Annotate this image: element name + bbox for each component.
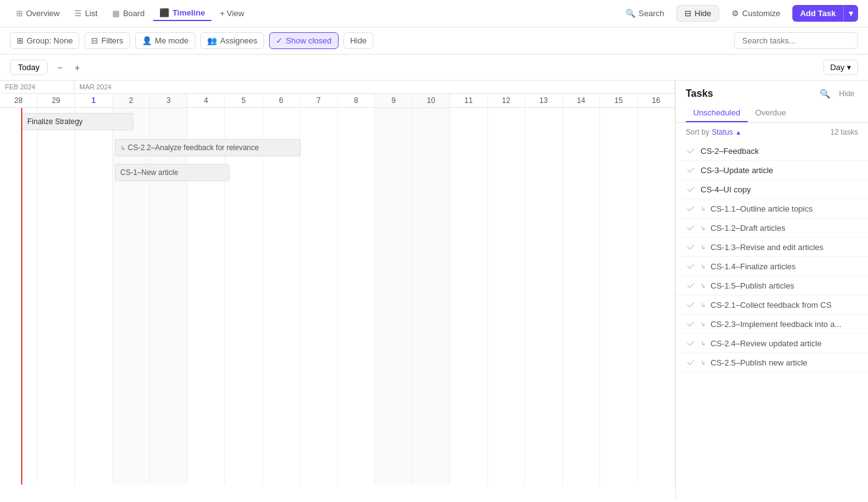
tab-overdue[interactable]: Overdue xyxy=(748,104,794,122)
subtask-icon-cs11: ↳ xyxy=(701,205,706,212)
subtask-icon-cs21: ↳ xyxy=(701,302,706,308)
task-count-label: 12 tasks xyxy=(830,128,858,137)
date-cell-mar-2: 2 xyxy=(113,94,151,107)
timeline-icon: ⬛ xyxy=(159,8,169,17)
me-mode-icon: 👤 xyxy=(142,36,152,45)
task-item-cs21[interactable]: ↳CS-2.1–Collect feedback from CS xyxy=(676,295,868,315)
tasks-search-icon[interactable]: 🔍 xyxy=(820,89,830,99)
day-view-button[interactable]: Day ▾ xyxy=(823,60,858,75)
date-cell-mar-13: 13 xyxy=(525,94,563,107)
task-item-cs4[interactable]: CS-4–UI copy xyxy=(676,180,868,199)
nav-overview[interactable]: ⊞ Overview xyxy=(10,6,66,20)
task-name-cs4: CS-4–UI copy xyxy=(701,185,751,194)
timeline-body: Finalize Strategy ↳ CS-2.2–Analyze feedb… xyxy=(0,108,675,485)
grid-col-2 xyxy=(75,108,113,485)
cs22-label: CS-2.2–Analyze feedback for relevance xyxy=(128,143,259,152)
grid-col-16 xyxy=(600,108,638,485)
date-cell-mar-15: 15 xyxy=(600,94,638,107)
subtask-icon-cs15: ↳ xyxy=(701,282,706,289)
task-item-cs2[interactable]: CS-2–Feedback xyxy=(676,141,868,161)
sort-arrow-icon: ▲ xyxy=(735,129,742,136)
search-button[interactable]: 🔍 Search xyxy=(618,6,671,21)
task-name-cs15: CS-1.5–Publish articles xyxy=(711,281,794,290)
grid-col-10 xyxy=(375,108,413,485)
nav-board[interactable]: ▦ Board xyxy=(106,6,151,20)
task-name-cs14: CS-1.4–Finalize articles xyxy=(711,262,795,271)
task-item-cs11[interactable]: ↳CS-1.1–Outline article topics xyxy=(676,199,868,218)
show-closed-button[interactable]: ✓ Show closed xyxy=(269,32,339,49)
search-icon: 🔍 xyxy=(626,9,636,18)
task-search-input[interactable] xyxy=(734,32,858,49)
add-task-button[interactable]: Add Task ▾ xyxy=(792,5,858,22)
nav-right: 🔍 Search ⊟ Hide ⚙ Customize Add Task ▾ xyxy=(618,5,858,22)
group-icon: ⊞ xyxy=(17,36,24,45)
top-nav: ⊞ Overview ☰ List ▦ Board ⬛ Timeline + V… xyxy=(0,0,868,27)
timeline-area: FEB 2024 MAR 2024 2829123456789101112131… xyxy=(0,81,676,501)
tasks-panel: Tasks 🔍 Hide Unscheduled Overdue Sort by… xyxy=(676,81,868,501)
group-button[interactable]: ⊞ Group: None xyxy=(10,32,79,49)
task-bar-cs22[interactable]: ↳ CS-2.2–Analyze feedback for relevance xyxy=(115,139,301,156)
show-closed-label: Show closed xyxy=(286,36,332,45)
check-icon-cs11 xyxy=(686,204,696,213)
filters-button[interactable]: ⊟ Filters xyxy=(84,32,130,49)
check-icon-cs13 xyxy=(686,242,696,252)
hide-button[interactable]: ⊟ Hide xyxy=(676,5,719,22)
overview-icon: ⊞ xyxy=(16,9,23,18)
nav-timeline[interactable]: ⬛ Timeline xyxy=(153,6,211,21)
add-task-dropdown-icon[interactable]: ▾ xyxy=(843,5,858,22)
calendar-controls: Today − + Day ▾ xyxy=(0,55,868,81)
hide-toolbar-button[interactable]: Hide xyxy=(343,32,374,49)
add-task-label[interactable]: Add Task xyxy=(792,5,843,22)
grid-col-6 xyxy=(225,108,263,485)
task-name-cs13: CS-1.3–Revise and edit articles xyxy=(711,243,823,252)
task-item-cs23[interactable]: ↳CS-2.3–Implement feedback into a... xyxy=(676,315,868,334)
task-item-cs13[interactable]: ↳CS-1.3–Revise and edit articles xyxy=(676,238,868,257)
date-cell-mar-5: 5 xyxy=(225,94,263,107)
task-item-cs14[interactable]: ↳CS-1.4–Finalize articles xyxy=(676,257,868,276)
grid-col-0 xyxy=(0,108,38,485)
mar-month-label: MAR 2024 xyxy=(74,81,675,93)
today-button[interactable]: Today xyxy=(10,60,48,75)
task-name-cs3: CS-3–Update article xyxy=(701,166,773,175)
sort-status-button[interactable]: Status xyxy=(712,128,733,137)
date-header-row: 282912345678910111213141516 xyxy=(0,94,675,108)
task-item-cs12[interactable]: ↳CS-1.2–Draft articles xyxy=(676,218,868,238)
nav-list[interactable]: ☰ List xyxy=(68,6,104,20)
assignees-button[interactable]: 👥 Assignees xyxy=(200,32,264,49)
task-search-container xyxy=(734,32,858,49)
subtask-icon-cs13: ↳ xyxy=(701,244,706,251)
task-bar-cs1[interactable]: CS-1–New article xyxy=(115,164,229,181)
date-cell-mar-6: 6 xyxy=(263,94,301,107)
check-icon-cs12 xyxy=(686,223,696,233)
tasks-hide-button[interactable]: Hide xyxy=(835,88,858,99)
task-item-cs15[interactable]: ↳CS-1.5–Publish articles xyxy=(676,276,868,295)
task-item-cs24[interactable]: ↳CS-2.4–Review updated article xyxy=(676,334,868,353)
me-mode-button[interactable]: 👤 Me mode xyxy=(135,32,195,49)
nav-add-view[interactable]: + View xyxy=(214,6,250,20)
check-icon-cs23 xyxy=(686,319,696,329)
board-icon: ▦ xyxy=(112,9,120,18)
customize-button[interactable]: ⚙ Customize xyxy=(724,6,787,21)
tasks-panel-title: Tasks xyxy=(686,88,815,99)
date-cell-mar-8: 8 xyxy=(338,94,376,107)
today-line xyxy=(21,108,22,485)
check-icon-cs15 xyxy=(686,280,696,290)
task-item-cs25[interactable]: ↳CS-2.5–Publish new article xyxy=(676,353,868,372)
customize-label: Customize xyxy=(742,9,780,18)
hide-label: Hide xyxy=(694,9,711,18)
prev-arrow[interactable]: − xyxy=(53,60,68,75)
grid-col-1 xyxy=(38,108,76,485)
hide-toolbar-label: Hide xyxy=(350,36,367,45)
next-arrow[interactable]: + xyxy=(70,60,85,75)
date-cell-mar-7: 7 xyxy=(300,94,338,107)
subtask-icon-cs24: ↳ xyxy=(701,340,706,347)
tasks-panel-header: Tasks 🔍 Hide xyxy=(676,81,868,99)
show-closed-icon: ✓ xyxy=(276,36,283,45)
grid-col-12 xyxy=(450,108,488,485)
grid-col-15 xyxy=(563,108,601,485)
main-layout: FEB 2024 MAR 2024 2829123456789101112131… xyxy=(0,81,868,501)
tasks-sort-bar: Sort by Status ▲ 12 tasks xyxy=(676,123,868,141)
tab-unscheduled[interactable]: Unscheduled xyxy=(686,104,748,122)
grid-col-11 xyxy=(413,108,451,485)
task-item-cs3[interactable]: CS-3–Update article xyxy=(676,161,868,180)
